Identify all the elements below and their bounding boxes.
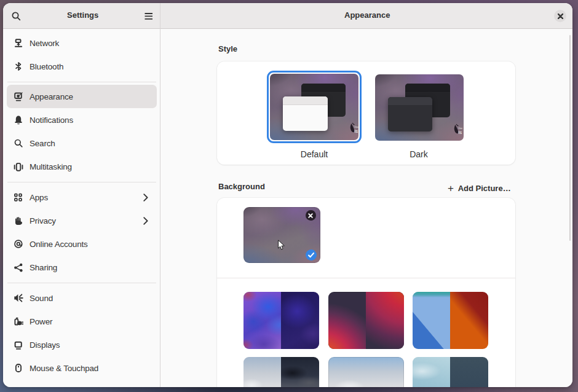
svg-text:One: One xyxy=(354,126,358,128)
svg-text:is: is xyxy=(458,130,462,135)
svg-text:is: is xyxy=(354,128,358,134)
svg-text:One: One xyxy=(458,127,462,129)
